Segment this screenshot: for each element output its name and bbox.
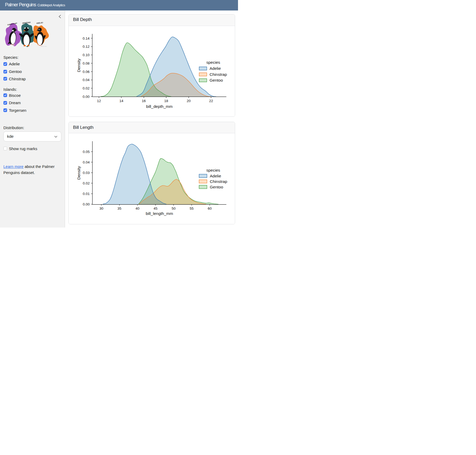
- svg-text:16: 16: [142, 99, 146, 103]
- svg-text:Adelie: Adelie: [210, 66, 221, 71]
- svg-text:Density: Density: [77, 166, 81, 179]
- svg-text:@allison_horst: @allison_horst: [40, 46, 47, 47]
- svg-text:0.05: 0.05: [83, 150, 90, 154]
- svg-text:14: 14: [119, 99, 123, 103]
- svg-text:Chinstrap: Chinstrap: [210, 72, 227, 77]
- svg-text:0.04: 0.04: [83, 78, 90, 82]
- svg-text:12: 12: [97, 99, 101, 103]
- svg-text:bill_length_mm: bill_length_mm: [146, 211, 173, 216]
- svg-text:50: 50: [172, 207, 176, 210]
- svg-text:45: 45: [154, 207, 158, 210]
- svg-text:Chinstrap: Chinstrap: [210, 179, 227, 183]
- svg-text:35: 35: [117, 207, 121, 210]
- svg-text:0.06: 0.06: [83, 70, 89, 74]
- svg-text:0.12: 0.12: [83, 45, 89, 49]
- svg-text:Gentoo: Gentoo: [210, 184, 223, 189]
- svg-text:0.02: 0.02: [83, 86, 89, 90]
- svg-text:20: 20: [187, 99, 191, 103]
- svg-text:bill_depth_mm: bill_depth_mm: [146, 104, 173, 109]
- svg-text:0.02: 0.02: [83, 181, 90, 185]
- svg-text:ADÉLIE!: ADÉLIE!: [36, 22, 43, 24]
- svg-text:0.10: 0.10: [83, 53, 89, 57]
- svg-text:species: species: [206, 168, 220, 172]
- svg-text:Gentoo: Gentoo: [210, 78, 223, 82]
- svg-text:0.03: 0.03: [83, 171, 90, 174]
- svg-text:18: 18: [164, 99, 168, 103]
- svg-text:0.00: 0.00: [83, 202, 90, 206]
- svg-text:30: 30: [99, 207, 103, 210]
- svg-text:0.08: 0.08: [83, 61, 89, 65]
- svg-text:55: 55: [190, 207, 194, 210]
- svg-text:22: 22: [209, 99, 213, 103]
- svg-text:60: 60: [208, 207, 212, 210]
- svg-text:0.00: 0.00: [83, 95, 89, 99]
- svg-text:0.04: 0.04: [83, 160, 90, 164]
- svg-text:Adelie: Adelie: [210, 173, 221, 178]
- svg-text:0.01: 0.01: [83, 192, 90, 196]
- svg-text:Density: Density: [77, 59, 81, 72]
- svg-text:40: 40: [136, 207, 139, 210]
- svg-text:0.14: 0.14: [83, 36, 90, 40]
- svg-text:species: species: [206, 60, 220, 65]
